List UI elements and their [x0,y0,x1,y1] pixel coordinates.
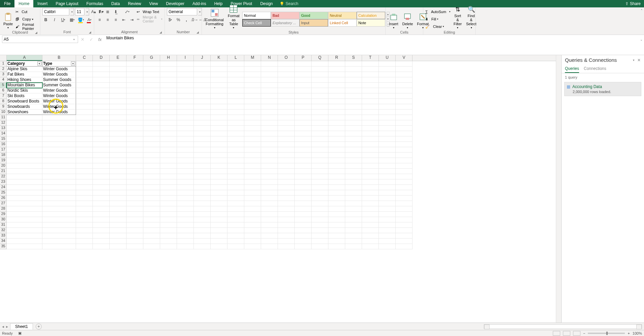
cell-H14[interactable] [160,131,177,136]
cell-U6[interactable] [379,88,396,93]
cell-D18[interactable] [93,153,110,158]
cell-F23[interactable] [127,179,143,185]
cell-G21[interactable] [143,169,160,174]
cell-V17[interactable] [396,147,413,153]
col-header-Q[interactable]: Q [312,55,328,61]
cell-F1[interactable] [127,61,143,67]
cell-G4[interactable] [143,77,160,83]
cell-D9[interactable] [93,104,110,110]
cell-V7[interactable] [396,93,413,99]
cell-F30[interactable] [127,217,143,222]
cell-F10[interactable] [127,110,143,115]
cell-K15[interactable] [211,136,227,142]
align-right-icon[interactable]: ≡ [112,16,119,23]
cell-F17[interactable] [127,147,143,153]
pane-dropdown-icon[interactable]: ▾ [630,58,637,62]
cell-H13[interactable] [160,126,177,131]
increase-decimal-icon[interactable]: .0→ [191,16,198,23]
cell-M18[interactable] [244,153,261,158]
cell-Q17[interactable] [312,147,328,153]
cell-H29[interactable] [160,212,177,217]
cell-K9[interactable] [211,104,227,110]
cell-E26[interactable] [110,196,127,201]
cell-M31[interactable] [244,222,261,228]
cell-S3[interactable] [345,72,362,77]
cell-K6[interactable] [211,88,227,93]
font-launcher[interactable]: ◢ [89,31,91,34]
cell-V5[interactable] [396,83,413,88]
cell-M12[interactable] [244,120,261,126]
filter-icon[interactable]: ▾ [71,61,75,66]
cell-P33[interactable] [295,233,312,239]
cell-M24[interactable] [244,185,261,190]
cell-D13[interactable] [93,126,110,131]
menu-tab-design[interactable]: Design [256,0,277,7]
cell-Q24[interactable] [312,185,328,190]
cell-I22[interactable] [177,174,194,179]
cell-M6[interactable] [244,88,261,93]
col-header-B[interactable]: B [42,55,76,61]
cell-C27[interactable] [76,201,93,206]
cell-P18[interactable] [295,153,312,158]
cell-R1[interactable] [328,61,345,67]
close-pane-icon[interactable]: ✕ [637,58,641,62]
conditional-formatting-button[interactable]: Conditional Formatting▾ [204,8,225,30]
cell-V31[interactable] [396,222,413,228]
cell-B23[interactable] [42,179,76,185]
cell-T13[interactable] [362,126,379,131]
cell-U19[interactable] [379,158,396,163]
cell-U23[interactable] [379,179,396,185]
number-format-dropdown[interactable]: ▾ [198,8,202,15]
cell-N8[interactable] [261,99,278,104]
cell-B10[interactable]: Winter Goods [42,110,76,115]
style-explanatory[interactable]: Explanatory ... [271,19,299,27]
cell-L29[interactable] [227,212,244,217]
cell-G8[interactable] [143,99,160,104]
cell-U32[interactable] [379,228,396,233]
cell-F33[interactable] [127,233,143,239]
cell-T5[interactable] [362,83,379,88]
worksheet-grid[interactable]: ABCDEFGHIJKLMNOPQRSTUV 12345678910111213… [0,55,556,323]
cell-P34[interactable] [295,239,312,244]
page-layout-view-icon[interactable] [563,331,570,336]
cell-N12[interactable] [261,120,278,126]
cell-Q26[interactable] [312,196,328,201]
cell-P13[interactable] [295,126,312,131]
col-header-P[interactable]: P [295,55,312,61]
cell-O4[interactable] [278,77,295,83]
next-sheet-icon[interactable]: ▸ [6,324,8,329]
cell-Q10[interactable] [312,110,328,115]
delete-cells-button[interactable]: Delete▾ [401,8,415,30]
cell-G20[interactable] [143,163,160,169]
cell-K2[interactable] [211,67,227,72]
cell-V18[interactable] [396,153,413,158]
cell-V29[interactable] [396,212,413,217]
cell-J31[interactable] [194,222,211,228]
cell-H21[interactable] [160,169,177,174]
cell-L15[interactable] [227,136,244,142]
row-header-10[interactable]: 10 [0,110,7,115]
row-header-22[interactable]: 22 [0,174,7,179]
cell-I30[interactable] [177,217,194,222]
cell-L6[interactable] [227,88,244,93]
cell-S29[interactable] [345,212,362,217]
cell-I2[interactable] [177,67,194,72]
enter-formula-icon[interactable]: ✓ [87,37,96,42]
cell-P10[interactable] [295,110,312,115]
cell-I15[interactable] [177,136,194,142]
cell-S18[interactable] [345,153,362,158]
cell-T3[interactable] [362,72,379,77]
cell-H33[interactable] [160,233,177,239]
cell-L2[interactable] [227,67,244,72]
cell-I13[interactable] [177,126,194,131]
cell-E19[interactable] [110,158,127,163]
cell-O9[interactable] [278,104,295,110]
cell-U5[interactable] [379,83,396,88]
cell-V34[interactable] [396,239,413,244]
cell-O29[interactable] [278,212,295,217]
cell-U34[interactable] [379,239,396,244]
cell-S13[interactable] [345,126,362,131]
cell-C34[interactable] [76,239,93,244]
cell-J21[interactable] [194,169,211,174]
cell-B32[interactable] [42,228,76,233]
